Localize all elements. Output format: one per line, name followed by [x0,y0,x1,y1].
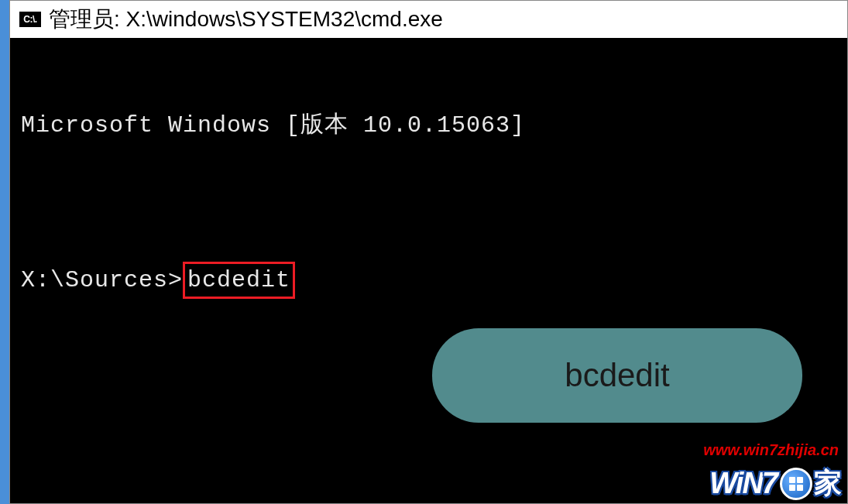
watermark-url: www.win7zhijia.cn [703,441,839,459]
cmd-icon: C:\. [19,12,41,27]
prompt-line: X:\Sources>bcdedit [21,262,836,299]
window-title: 管理员: X:\windows\SYSTEM32\cmd.exe [49,5,443,34]
titlebar[interactable]: C:\. 管理员: X:\windows\SYSTEM32\cmd.exe [10,1,847,38]
version-line: Microsoft Windows [版本 10.0.15063] [21,111,836,141]
windows-flag-icon [789,477,803,491]
logo-dot-icon [780,468,812,500]
cmd-window: C:\. 管理员: X:\windows\SYSTEM32\cmd.exe Mi… [9,0,848,504]
callout-bubble: bcdedit [432,328,802,423]
logo-7-text: 7 [762,467,778,500]
command-highlight: bcdedit [183,262,295,299]
terminal-output[interactable]: Microsoft Windows [版本 10.0.15063] X:\Sou… [10,38,847,503]
logo-win-text: WiN [709,467,762,500]
logo-jia-text: 家 [814,465,842,502]
callout-text: bcdedit [565,357,669,394]
watermark-logo: WiN 7 家 [709,465,842,502]
prompt-text: X:\Sources> [21,267,183,293]
